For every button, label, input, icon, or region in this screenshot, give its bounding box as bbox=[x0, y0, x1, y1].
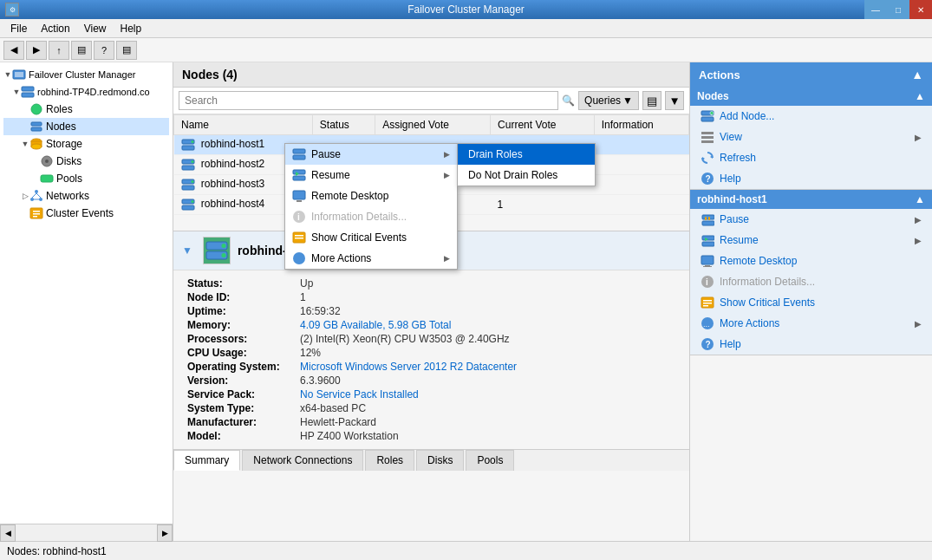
menu-action[interactable]: Action bbox=[34, 21, 76, 36]
menu-help[interactable]: Help bbox=[114, 21, 149, 36]
ctx-more[interactable]: More Actions ▶ bbox=[285, 248, 457, 269]
action-help-nodes[interactable]: ? Help bbox=[690, 168, 932, 189]
menu-view[interactable]: View bbox=[77, 21, 114, 36]
field-proc-label: Processors: bbox=[187, 333, 300, 345]
add-icon: + bbox=[701, 109, 714, 123]
col-current-vote[interactable]: Current Vote bbox=[491, 115, 595, 135]
ctx-remote[interactable]: Remote Desktop bbox=[285, 186, 457, 206]
svg-rect-70 bbox=[293, 149, 305, 153]
tree-roles[interactable]: Roles bbox=[3, 101, 169, 118]
status-bar: Nodes: robhind-host1 bbox=[0, 541, 932, 560]
svg-point-11 bbox=[45, 160, 49, 163]
scroll-track[interactable] bbox=[16, 524, 157, 541]
tree-disks[interactable]: Disks bbox=[3, 153, 169, 170]
section-host-header: robhind-host1 ▲ bbox=[690, 190, 932, 209]
tree-cluster[interactable]: ▼ robhind-TP4D.redmond.co bbox=[3, 83, 169, 101]
no-drain-roles-item[interactable]: Do Not Drain Roles bbox=[458, 165, 595, 186]
field-status-value: Up bbox=[300, 277, 675, 290]
minimize-btn[interactable]: — bbox=[864, 0, 887, 19]
back-btn[interactable]: ◀ bbox=[3, 41, 24, 60]
tab-disks[interactable]: Disks bbox=[416, 450, 464, 471]
svg-rect-64 bbox=[703, 303, 712, 304]
resume-icon bbox=[701, 233, 714, 247]
svg-rect-53 bbox=[708, 217, 710, 220]
col-assigned-vote[interactable]: Assigned Vote bbox=[375, 115, 491, 135]
tab-pools[interactable]: Pools bbox=[466, 450, 514, 471]
action-remote-desktop[interactable]: Remote Desktop bbox=[690, 251, 932, 271]
action-more[interactable]: ... More Actions ▶ bbox=[690, 313, 932, 334]
search-input[interactable] bbox=[179, 91, 558, 110]
detail-area: ▼ robhind-host1 Status: Up Node ID: 1 Up… bbox=[173, 231, 689, 541]
context-menu: Pause ▶ Drain Roles Do Not Drain Roles R… bbox=[284, 143, 458, 270]
menu-bar: File Action View Help bbox=[0, 19, 932, 38]
svg-text:?: ? bbox=[706, 174, 711, 184]
forward-btn[interactable]: ▶ bbox=[26, 41, 47, 60]
section-nodes-collapse[interactable]: ▲ bbox=[915, 90, 925, 102]
svg-rect-73 bbox=[293, 176, 305, 180]
svg-rect-21 bbox=[33, 213, 40, 215]
view-icon-btn[interactable]: ▤ bbox=[642, 91, 662, 110]
help-btn[interactable]: ? bbox=[94, 41, 114, 60]
action-refresh[interactable]: Refresh bbox=[690, 147, 932, 168]
action-info-details[interactable]: i Information Details... bbox=[690, 271, 932, 292]
nodes-icon bbox=[29, 120, 43, 133]
detail-collapse-btn[interactable]: ▼ bbox=[182, 244, 192, 257]
field-version-value: 6.3.9600 bbox=[300, 374, 675, 387]
scroll-right[interactable]: ▶ bbox=[157, 524, 173, 542]
view-btn[interactable]: ▤ bbox=[71, 41, 92, 60]
tree-storage[interactable]: ▼ Storage bbox=[3, 135, 169, 153]
expand-storage[interactable]: ▼ bbox=[21, 140, 29, 148]
drain-roles-item[interactable]: Drain Roles bbox=[458, 144, 595, 165]
settings-btn[interactable]: ▼ bbox=[665, 91, 684, 110]
svg-rect-72 bbox=[293, 170, 305, 174]
maximize-btn[interactable]: □ bbox=[887, 0, 909, 19]
tree-nodes[interactable]: Nodes bbox=[3, 118, 169, 135]
scroll-left[interactable]: ◀ bbox=[0, 524, 16, 542]
ctx-resume[interactable]: Resume ▶ bbox=[285, 165, 457, 186]
col-name[interactable]: Name bbox=[174, 115, 313, 135]
svg-rect-40 bbox=[701, 117, 714, 121]
queries-button[interactable]: Queries ▼ bbox=[578, 91, 639, 110]
tree-root[interactable]: ▼ Failover Cluster Manager bbox=[3, 66, 169, 83]
menu-file[interactable]: File bbox=[3, 21, 34, 36]
expand-cluster[interactable]: ▼ bbox=[12, 88, 21, 96]
ctx-info[interactable]: i Information Details... bbox=[285, 206, 457, 227]
action-view[interactable]: View ▶ bbox=[690, 127, 932, 147]
cluster-label: robhind-TP4D.redmond.co bbox=[37, 87, 150, 97]
action-resume[interactable]: Resume ▶ bbox=[690, 230, 932, 251]
ctx-resume-arrow: ▶ bbox=[444, 171, 450, 179]
close-btn[interactable]: ✕ bbox=[909, 0, 932, 19]
tab-summary[interactable]: Summary bbox=[173, 450, 240, 471]
storage-icon bbox=[29, 137, 43, 151]
ctx-remote-label: Remote Desktop bbox=[311, 190, 388, 202]
expand-networks[interactable]: ▷ bbox=[21, 192, 29, 200]
up-btn[interactable]: ↑ bbox=[49, 41, 69, 60]
tree-pools[interactable]: Pools bbox=[3, 170, 169, 187]
right-panel: Actions ▲ Nodes ▲ + Add Node... View ▶ bbox=[689, 62, 932, 541]
action-add-node[interactable]: + Add Node... bbox=[690, 106, 932, 127]
ctx-pause-icon bbox=[292, 147, 306, 161]
svg-rect-63 bbox=[703, 300, 712, 302]
extra-btn[interactable]: ▤ bbox=[116, 41, 137, 60]
tab-roles[interactable]: Roles bbox=[365, 450, 414, 471]
action-pause[interactable]: Pause ▶ bbox=[690, 209, 932, 230]
ctx-events[interactable]: Show Critical Events bbox=[285, 227, 457, 248]
action-pause-label: Pause bbox=[720, 213, 749, 225]
svg-point-31 bbox=[191, 180, 193, 183]
section-host-collapse[interactable]: ▲ bbox=[915, 193, 925, 205]
col-info[interactable]: Information bbox=[594, 115, 688, 135]
tree-networks[interactable]: ▷ Networks bbox=[3, 187, 169, 205]
action-help-host[interactable]: ? Help bbox=[690, 334, 932, 355]
center-panel: Nodes (4) 🔍 Queries ▼ ▤ ▼ Name Status As… bbox=[173, 62, 689, 541]
expand-root[interactable]: ▼ bbox=[3, 70, 12, 79]
actions-collapse-btn[interactable]: ▲ bbox=[911, 68, 923, 81]
col-status[interactable]: Status bbox=[312, 115, 375, 135]
action-show-events[interactable]: Show Critical Events bbox=[690, 292, 932, 313]
tree-cluster-events[interactable]: ▷ Cluster Events bbox=[3, 205, 169, 222]
queries-arrow: ▼ bbox=[622, 94, 633, 107]
tab-network[interactable]: Network Connections bbox=[242, 450, 363, 471]
remote-icon bbox=[701, 254, 714, 268]
ctx-pause[interactable]: Pause ▶ Drain Roles Do Not Drain Roles bbox=[285, 144, 457, 165]
action-add-node-label: Add Node... bbox=[720, 110, 774, 122]
svg-rect-33 bbox=[182, 205, 194, 210]
